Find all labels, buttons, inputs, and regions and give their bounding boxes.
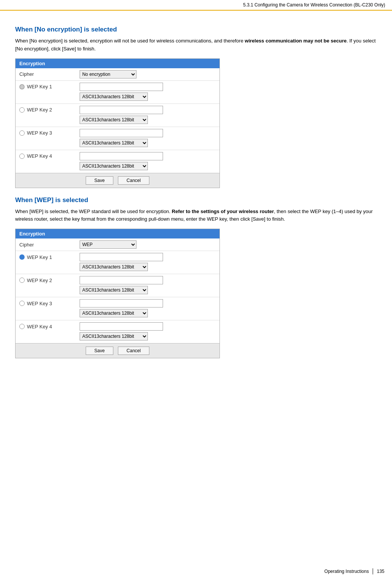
section2-wepkey1-format-select[interactable]: ASCII13characters 128bit	[80, 263, 148, 271]
section1-wepkey3-input-row: WEP Key 3	[16, 127, 220, 138]
section2-panel-header: Encryption	[16, 229, 220, 238]
section1-wepkey1-radio[interactable]	[19, 84, 25, 89]
section1-wepkey2-format-row: ASCII13characters 128bit	[16, 115, 220, 127]
section2-wepkey3-input[interactable]	[80, 299, 163, 307]
section2-wepkey3-radio[interactable]	[19, 301, 25, 306]
section2-wepkey4-format-select[interactable]: ASCII13characters 128bit	[80, 332, 148, 340]
section2-wepkey2-format-select[interactable]: ASCII13characters 128bit	[80, 286, 148, 294]
section2-enc-table: Cipher WEP WEP Key 1	[16, 238, 220, 343]
section1-panel: Encryption Cipher No encryption	[15, 58, 220, 188]
section1-wepkey1-input-row: WEP Key 1	[16, 80, 220, 92]
section2-wepkey2-format-row: ASCII13characters 128bit	[16, 285, 220, 297]
section1-wepkey4-format-row: ASCII13characters 128bit	[16, 161, 220, 173]
section2-desc: When [WEP] is selected, the WEP standard…	[15, 208, 377, 224]
page-content: When [No encryption] is selected When [N…	[0, 11, 392, 382]
section2-wepkey3-input-row: WEP Key 3	[16, 297, 220, 309]
section1-wepkey2-radio[interactable]	[19, 107, 25, 113]
section1-wepkey3-format-select[interactable]: ASCII13characters 128bit	[80, 139, 148, 147]
section1-cipher-input-col: No encryption	[76, 68, 220, 81]
section2-wepkey1-radio[interactable]	[19, 254, 25, 260]
section2-wepkey3-format-row: ASCII13characters 128bit	[16, 308, 220, 320]
section2-cipher-input-col: WEP	[76, 238, 220, 251]
section2-title: When [WEP] is selected	[15, 196, 377, 204]
section2: When [WEP] is selected When [WEP] is sel…	[15, 196, 377, 359]
section1: When [No encryption] is selected When [N…	[15, 26, 377, 188]
section1-enc-table: Cipher No encryption WEP Key 1	[16, 68, 220, 173]
section1-wepkey3-label: WEP Key 3	[19, 130, 72, 136]
page-footer: Operating Instructions 135	[325, 568, 384, 574]
section2-wepkey2-input-row: WEP Key 2	[16, 274, 220, 286]
section2-wepkey3-format-select[interactable]: ASCII13characters 128bit	[80, 309, 148, 317]
section2-wepkey4-input-row: WEP Key 4	[16, 320, 220, 332]
section1-cipher-label: Cipher	[16, 68, 76, 81]
header-title: 5.3.1 Configuring the Camera for Wireles…	[243, 2, 385, 8]
section1-cipher-row: Cipher No encryption	[16, 68, 220, 81]
section1-desc: When [No encryption] is selected, encryp…	[15, 37, 377, 53]
section2-panel: Encryption Cipher WEP WEP Key 1	[15, 229, 220, 358]
section2-save-button[interactable]: Save	[86, 347, 113, 355]
section1-title: When [No encryption] is selected	[15, 26, 377, 33]
section2-cipher-label: Cipher	[16, 238, 76, 251]
section2-wepkey1-input-row: WEP Key 1	[16, 251, 220, 262]
section1-wepkey1-format-select[interactable]: ASCII13characters 128bit	[80, 93, 148, 101]
footer-text: Operating Instructions	[325, 569, 369, 574]
section1-wepkey1-format-row: ASCII13characters 128bit	[16, 92, 220, 104]
section1-wepkey2-label: WEP Key 2	[19, 107, 72, 113]
section1-wepkey2-input[interactable]	[80, 106, 163, 114]
section2-wepkey2-radio[interactable]	[19, 278, 25, 283]
section2-wepkey1-label: WEP Key 1	[19, 254, 72, 260]
section1-wepkey1-input[interactable]	[80, 83, 163, 91]
section1-wepkey3-input[interactable]	[80, 129, 163, 137]
section1-wepkey4-format-select[interactable]: ASCII13characters 128bit	[80, 162, 148, 170]
section2-cipher-row: Cipher WEP	[16, 238, 220, 251]
section2-wepkey2-label: WEP Key 2	[19, 278, 72, 283]
footer-divider	[373, 568, 373, 574]
section1-wepkey3-format-row: ASCII13characters 128bit	[16, 138, 220, 150]
section2-cipher-select[interactable]: WEP	[80, 240, 136, 249]
section1-cancel-button[interactable]: Cancel	[118, 176, 149, 185]
section2-wepkey4-radio[interactable]	[19, 324, 25, 329]
section1-wepkey2-input-row: WEP Key 2	[16, 104, 220, 115]
section2-wepkey1-format-row: ASCII13characters 128bit	[16, 262, 220, 274]
section2-panel-footer: Save Cancel	[16, 343, 220, 358]
section2-wepkey1-input[interactable]	[80, 253, 163, 261]
section1-wepkey4-input[interactable]	[80, 152, 163, 160]
section1-wepkey2-format-select[interactable]: ASCII13characters 128bit	[80, 116, 148, 124]
section1-panel-footer: Save Cancel	[16, 173, 220, 188]
section1-wepkey3-radio[interactable]	[19, 130, 25, 136]
section1-wepkey4-input-row: WEP Key 4	[16, 150, 220, 161]
section2-wepkey4-format-row: ASCII13characters 128bit	[16, 331, 220, 343]
section1-cipher-select[interactable]: No encryption	[80, 70, 136, 78]
section1-wepkey4-label: WEP Key 4	[19, 153, 72, 159]
page-header: 5.3.1 Configuring the Camera for Wireles…	[0, 0, 392, 11]
section2-wepkey4-label: WEP Key 4	[19, 324, 72, 329]
footer-page: 135	[377, 569, 384, 574]
section2-wepkey2-input[interactable]	[80, 276, 163, 284]
section2-cancel-button[interactable]: Cancel	[118, 347, 149, 355]
section2-wepkey4-input[interactable]	[80, 322, 163, 331]
section1-wepkey4-radio[interactable]	[19, 154, 25, 159]
section1-wepkey1-label: WEP Key 1	[19, 84, 72, 89]
section1-save-button[interactable]: Save	[86, 176, 113, 185]
section1-panel-header: Encryption	[16, 59, 220, 68]
section2-wepkey3-label: WEP Key 3	[19, 301, 72, 306]
